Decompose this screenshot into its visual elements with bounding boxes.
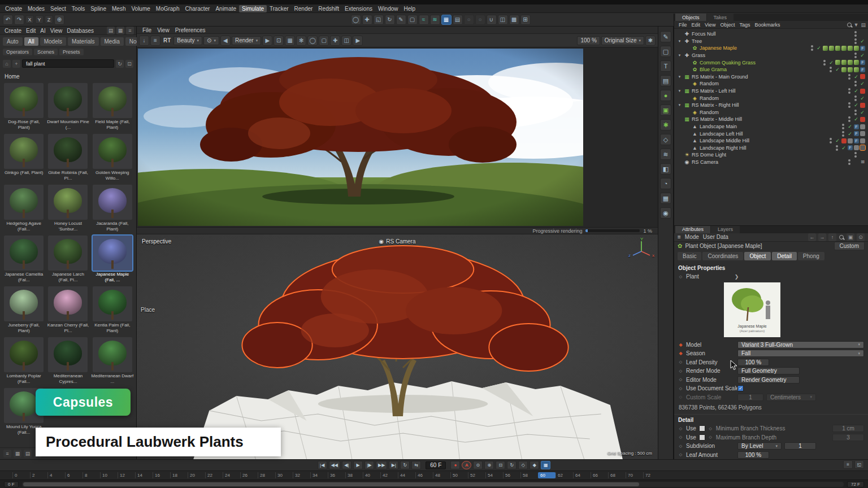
asset-item[interactable]: Kanzan Cherry (Fall, Pl... xyxy=(46,286,89,335)
frame-tick[interactable]: 60 xyxy=(538,472,555,478)
grid-view-icon[interactable]: ▦ xyxy=(14,450,21,457)
anim-dot[interactable]: ◇ xyxy=(678,377,683,382)
visibility-dots[interactable] xyxy=(830,67,832,72)
object-row[interactable]: ▾▦RS Matrix - Left Hill✓ xyxy=(674,88,868,95)
home-icon[interactable]: ⌂ xyxy=(3,60,11,68)
menu-window[interactable]: Window xyxy=(375,5,401,12)
expand-arrow-icon[interactable]: ▾ xyxy=(677,53,682,58)
object-row[interactable]: ◈Random✓ xyxy=(674,109,868,116)
object-row[interactable]: ✿Common Quaking Grass✓F xyxy=(674,59,868,66)
render-history-dropdown[interactable]: Render▾ xyxy=(232,36,261,45)
editor-mode-dropdown[interactable]: Render Geometry xyxy=(737,376,800,384)
rv-menu-view[interactable]: View xyxy=(155,27,172,33)
frame-tick[interactable]: 26 xyxy=(240,472,258,478)
scrollbar-handle[interactable] xyxy=(23,482,640,486)
tab-detail[interactable]: Detail xyxy=(772,252,797,260)
history-icon[interactable]: ≡ xyxy=(150,36,160,46)
visibility-dots[interactable] xyxy=(848,116,850,122)
menu-create[interactable]: Create xyxy=(2,5,25,12)
edges-mode-icon[interactable]: ≋ xyxy=(660,149,671,160)
back-icon[interactable]: ← xyxy=(808,233,816,241)
frame-tick[interactable]: 50 xyxy=(450,472,468,478)
rotate-tool-icon[interactable]: ↻ xyxy=(385,15,395,25)
asset-menu-view[interactable]: View xyxy=(48,28,65,34)
om-menu-view[interactable]: View xyxy=(702,22,718,28)
frame-tick[interactable]: 64 xyxy=(573,472,591,478)
range-end-field[interactable]: 72 F xyxy=(847,481,864,487)
material-tag-chip[interactable] xyxy=(854,60,859,65)
keyframe-dot[interactable]: ◆ xyxy=(678,351,683,356)
undo-icon[interactable]: ↶ xyxy=(3,15,13,25)
target-tag-icon[interactable]: ⊞ xyxy=(860,159,865,164)
object-row[interactable]: ✿Japanese Maple✓F xyxy=(674,45,868,52)
frame-tick[interactable]: 36 xyxy=(328,472,345,478)
frame-tick[interactable]: 28 xyxy=(258,472,275,478)
visibility-dots[interactable] xyxy=(848,74,850,80)
enable-check-icon[interactable]: ✓ xyxy=(860,95,865,101)
om-menu-file[interactable]: File xyxy=(676,22,689,28)
field-tag-chip[interactable]: F xyxy=(854,131,859,136)
lock-icon[interactable]: ⊡ xyxy=(125,60,133,68)
ipr-icon[interactable]: ▶ xyxy=(353,36,363,46)
filter-icon[interactable]: ▼ xyxy=(854,22,859,28)
next-render-icon[interactable]: ▶ xyxy=(262,36,272,46)
grid-layout-icon[interactable]: ▦ xyxy=(116,27,124,34)
rv-menu-preferences[interactable]: Preferences xyxy=(173,27,208,33)
visibility-dots[interactable] xyxy=(854,110,857,115)
object-row[interactable]: ◉RS Camera⊞ xyxy=(674,159,868,166)
menu-modes[interactable]: Modes xyxy=(25,5,47,12)
object-row[interactable]: ◈Random✓ xyxy=(674,80,868,88)
asset-item[interactable]: Japanese Larch (Fall, Pl... xyxy=(46,236,89,284)
snowflake-icon[interactable]: ✻ xyxy=(296,36,306,46)
position-key-toggle[interactable]: ⊕ xyxy=(484,461,494,469)
om-menu-edit[interactable]: Edit xyxy=(689,22,703,28)
points-mode-icon[interactable]: ◇ xyxy=(660,134,671,145)
enable-check-icon[interactable]: ✓ xyxy=(853,116,859,122)
polygons-mode-icon[interactable]: ◧ xyxy=(660,163,671,175)
menu-animate[interactable]: Animate xyxy=(212,5,239,12)
om-menu-object[interactable]: Object xyxy=(718,22,737,28)
visibility-dots[interactable] xyxy=(848,102,850,108)
leaf-density-field[interactable]: 100 % xyxy=(737,359,769,366)
enable-check-icon[interactable]: ✓ xyxy=(860,81,865,86)
asset-item[interactable]: Juneberry (Fall, Plant) xyxy=(2,286,45,335)
filter-models[interactable]: Models xyxy=(40,37,66,46)
frame-tick[interactable]: 16 xyxy=(153,472,170,478)
asset-item[interactable]: Hedgehog Agave (Fall... xyxy=(2,185,45,233)
sim-rigidbody-icon[interactable]: ▣ xyxy=(660,104,671,116)
enable-check-icon[interactable]: ✓ xyxy=(835,138,840,143)
snap-icon[interactable]: ▦ xyxy=(660,193,671,204)
frame-tick[interactable]: 54 xyxy=(485,472,503,478)
season-dropdown[interactable]: Fall▾ xyxy=(737,350,864,357)
refresh-icon[interactable]: ↻ xyxy=(116,60,124,68)
keyframe-dot[interactable]: ◆ xyxy=(678,342,683,347)
menu-spline[interactable]: Spline xyxy=(88,5,109,12)
zoom-field[interactable]: 100 % xyxy=(577,36,600,45)
enable-check-icon[interactable]: ✓ xyxy=(847,131,853,137)
enable-check-icon[interactable]: ✓ xyxy=(835,67,840,72)
frame-tick[interactable]: 24 xyxy=(223,472,240,478)
use-document-scale-checkbox[interactable]: ✓ xyxy=(737,385,744,391)
material-tag-chip[interactable] xyxy=(835,60,840,65)
frame-tick[interactable]: 42 xyxy=(380,472,398,478)
rotation-key-toggle[interactable]: ↻ xyxy=(507,461,517,469)
redshift-tag-chip[interactable] xyxy=(860,103,865,108)
size-dropdown[interactable]: Original Size▾ xyxy=(601,36,644,45)
range-start-field[interactable]: 0 F xyxy=(4,481,19,487)
search-icon[interactable] xyxy=(839,235,844,239)
plane-icon[interactable]: ▤ xyxy=(453,15,463,25)
frame-tick[interactable]: 72 xyxy=(643,472,661,478)
anim-dot[interactable]: ◇ xyxy=(678,386,683,391)
frame-tick[interactable]: 38 xyxy=(345,472,363,478)
render-mode-dropdown[interactable]: Full Geometry xyxy=(737,367,800,374)
menu-render[interactable]: Render xyxy=(292,5,316,12)
filter-media[interactable]: Media xyxy=(101,37,124,46)
grid-array-icon[interactable]: ▦ xyxy=(441,15,452,25)
object-row[interactable]: ▲Landscape Main✓F xyxy=(674,123,868,130)
lock-render-icon[interactable]: ⊡ xyxy=(274,36,284,46)
material-tag-chip[interactable] xyxy=(841,60,847,65)
render-pass-dropdown[interactable]: Beauty▾ xyxy=(173,36,202,45)
expander-chevron-icon[interactable]: ❯ xyxy=(735,274,739,280)
frame-tick[interactable]: 12 xyxy=(118,472,135,478)
perspective-viewport[interactable]: Perspective ◉RS Camera Place Grid Spacin… xyxy=(137,234,658,459)
